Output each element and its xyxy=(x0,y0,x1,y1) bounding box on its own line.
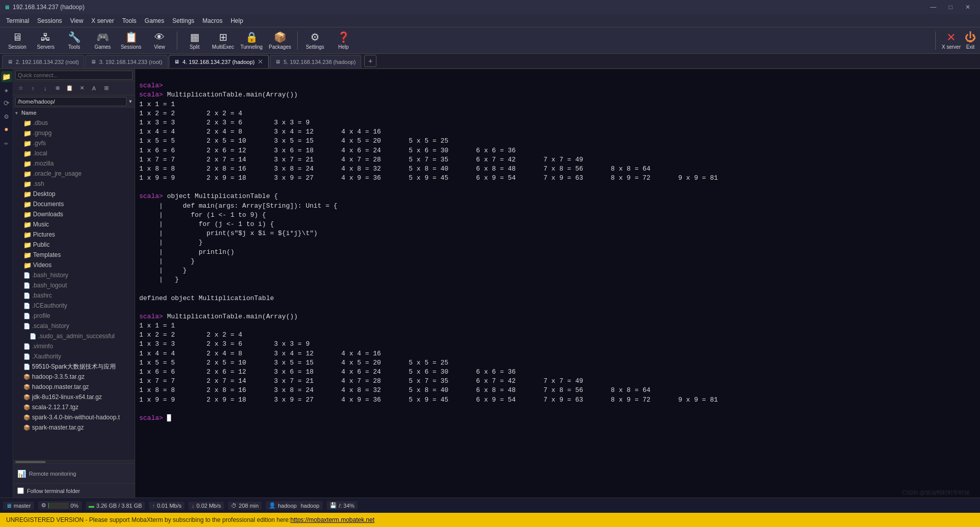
menu-view[interactable]: View xyxy=(66,16,87,26)
toolbar-games[interactable]: 🎮 Games xyxy=(89,29,116,52)
menu-xserver[interactable]: X server xyxy=(87,16,118,26)
toolbar-tunneling[interactable]: 🔒 Tunneling xyxy=(238,29,265,52)
tree-item-profile[interactable]: 📄 .profile xyxy=(13,311,135,321)
tree-item-gnupg[interactable]: 📁 .gnupg xyxy=(13,128,135,138)
toolbar-settings[interactable]: ⚙ Settings xyxy=(302,29,328,52)
cpu-label: ⚙ xyxy=(41,502,46,509)
toolbar-exit[interactable]: ⏻ Exit xyxy=(965,31,976,50)
tree-item-spark-pdf[interactable]: 📄 59510-Spark大数据技术与应用 xyxy=(13,361,135,372)
nav-orange[interactable]: ● xyxy=(1,124,12,135)
menu-settings[interactable]: Settings xyxy=(168,16,198,26)
sb-grid-button[interactable]: ⊞ xyxy=(101,83,112,93)
toolbar-multiexec[interactable]: ⊞ MultiExec xyxy=(210,29,236,52)
toolbar-tools[interactable]: 🔧 Tools xyxy=(61,29,87,52)
tree-item-public[interactable]: 📁 Public xyxy=(13,240,135,250)
folder-icon: 📁 xyxy=(23,160,31,168)
nav-files[interactable]: 📁 xyxy=(1,71,12,82)
file-icon: 📄 xyxy=(29,333,37,340)
tree-item-bash-history[interactable]: 📄 .bash_history xyxy=(13,270,135,280)
tree-item-scala-history[interactable]: 📄 .scala_history xyxy=(13,321,135,331)
menu-games[interactable]: Games xyxy=(141,16,169,26)
tree-item-local[interactable]: 📁 .local xyxy=(13,148,135,158)
toolbar-servers[interactable]: 🖧 Servers xyxy=(33,29,59,52)
tree-item-ssh[interactable]: 📁 .ssh xyxy=(13,179,135,189)
tab2-label: 3. 192.168.134.233 (root) xyxy=(99,59,162,65)
status-session: 🖥 master xyxy=(3,502,34,510)
tree-item-bash-logout[interactable]: 📄 .bash_logout xyxy=(13,280,135,290)
tree-item-dbus[interactable]: 📁 .dbus xyxy=(13,118,135,128)
sb-copy-button[interactable]: 📋 xyxy=(64,83,75,93)
tree-item-music[interactable]: 📁 Music xyxy=(13,219,135,229)
tab3-close[interactable]: ✕ xyxy=(258,58,263,65)
path-input[interactable] xyxy=(15,97,127,106)
menubar: Terminal Sessions View X server Tools Ga… xyxy=(0,14,980,27)
tree-item-iceauthority[interactable]: 📄 .ICEauthority xyxy=(13,301,135,311)
tab-4[interactable]: 🖥 5. 192.168.134.238 (hadoop) xyxy=(270,55,361,68)
sidebar-bottom: 📊 Remote monitoring xyxy=(13,463,135,483)
tree-item-jdk-tar[interactable]: 📦 jdk-8u162-linux-x64.tar.gz xyxy=(13,392,135,402)
time-label: 208 min xyxy=(239,503,259,509)
tree-item-viminfo[interactable]: 📄 .viminfo xyxy=(13,341,135,351)
tree-item-hadoop-master-tar[interactable]: 📦 hadoop.master.tar.gz xyxy=(13,382,135,392)
sb-refresh-button[interactable]: ↓ xyxy=(40,83,51,93)
menu-tools[interactable]: Tools xyxy=(118,16,141,26)
terminal-content[interactable]: scala> scala> MultiplicationTable.main(A… xyxy=(135,69,980,498)
minimize-button[interactable]: — xyxy=(925,2,941,12)
tree-item-xauthority[interactable]: 📄 .Xauthority xyxy=(13,351,135,361)
sb-add-button[interactable]: ⊕ xyxy=(52,83,63,93)
tree-item-pictures[interactable]: 📁 Pictures xyxy=(13,229,135,240)
maximize-button[interactable]: □ xyxy=(942,2,959,12)
sb-delete-button[interactable]: ✕ xyxy=(76,83,87,93)
tree-item-templates[interactable]: 📁 Templates xyxy=(13,250,135,260)
tree-item-label: spark-3.4.0-bin-without-hadoop.t xyxy=(32,414,120,421)
toolbar-session[interactable]: 🖥 Session xyxy=(4,29,30,52)
sb-star-button[interactable]: ☆ xyxy=(15,83,26,93)
tree-item-hadoop-tar[interactable]: 📦 hadoop-3.3.5.tar.gz xyxy=(13,372,135,382)
menu-macros[interactable]: Macros xyxy=(199,16,227,26)
toolbar-sessions[interactable]: 📋 Sessions xyxy=(118,29,144,52)
follow-terminal-label[interactable]: Follow terminal folder xyxy=(27,488,80,494)
new-tab-button[interactable]: + xyxy=(364,55,376,67)
remote-monitoring[interactable]: 📊 Remote monitoring xyxy=(17,470,76,478)
tree-item-videos[interactable]: 📁 Videos xyxy=(13,260,135,270)
tree-item-downloads[interactable]: 📁 Downloads xyxy=(13,209,135,219)
menu-sessions[interactable]: Sessions xyxy=(33,16,66,26)
nav-bookmarks[interactable]: ★ xyxy=(1,84,12,95)
tree-item-scala-tgz[interactable]: 📦 scala-2.12.17.tgz xyxy=(13,402,135,412)
close-button[interactable]: ✕ xyxy=(960,2,976,12)
tree-item-gvfs[interactable]: 📁 .gvfs xyxy=(13,138,135,148)
sb-up-button[interactable]: ↑ xyxy=(27,83,39,93)
tree-item-spark-master-tar[interactable]: 📦 spark-master.tar.gz xyxy=(13,422,135,433)
follow-terminal-checkbox[interactable] xyxy=(17,487,24,494)
menu-help[interactable]: Help xyxy=(227,16,247,26)
toolbar-view[interactable]: 👁 View xyxy=(146,29,173,52)
toolbar-split[interactable]: ▦ Split xyxy=(181,29,208,52)
tree-item-documents[interactable]: 📁 Documents xyxy=(13,199,135,209)
tab-1[interactable]: 🖥 2. 192.168.134.232 (root) xyxy=(2,55,84,68)
path-arrow[interactable]: ▾ xyxy=(129,97,133,106)
toolbar-xserver[interactable]: ✕ X server xyxy=(942,31,961,50)
status-download: ↓ 0.02 Mb/s xyxy=(188,502,224,510)
tree-item-spark-tar[interactable]: 📦 spark-3.4.0-bin-without-hadoop.t xyxy=(13,412,135,422)
tree-item-bashrc[interactable]: 📄 .bashrc xyxy=(13,290,135,301)
menu-terminal[interactable]: Terminal xyxy=(2,16,33,26)
unreg-link[interactable]: https://mobaxterm.mobatek.net xyxy=(291,516,374,523)
toolbar-packages[interactable]: 📦 Packages xyxy=(267,29,293,52)
tab-3[interactable]: 🖥 4. 192.168.134.237 (hadoop) ✕ xyxy=(169,55,269,68)
tree-item-mozilla[interactable]: 📁 .mozilla xyxy=(13,158,135,169)
tree-item-oracle[interactable]: 📁 .oracle_jre_usage xyxy=(13,169,135,179)
scrollbar-thumb[interactable] xyxy=(15,461,46,463)
tree-item-desktop[interactable]: 📁 Desktop xyxy=(13,189,135,199)
nav-history[interactable]: ⟳ xyxy=(1,97,12,109)
nav-settings[interactable]: ⚙ xyxy=(1,111,12,122)
toolbar-separator-3 xyxy=(935,31,936,50)
tab-2[interactable]: 🖥 3. 192.168.134.233 (root) xyxy=(85,55,168,68)
file-icon: 📦 xyxy=(23,384,30,390)
sb-rename-button[interactable]: A xyxy=(88,83,100,93)
nav-pencil[interactable]: ✏ xyxy=(1,137,12,148)
quick-connect-input[interactable] xyxy=(15,71,133,80)
tree-item-label: .sudo_as_admin_successful xyxy=(38,333,115,340)
toolbar-help[interactable]: ❓ Help xyxy=(330,29,357,52)
tree-item-sudo[interactable]: 📄 .sudo_as_admin_successful xyxy=(13,331,135,341)
tree-header-label: Name xyxy=(21,110,37,116)
